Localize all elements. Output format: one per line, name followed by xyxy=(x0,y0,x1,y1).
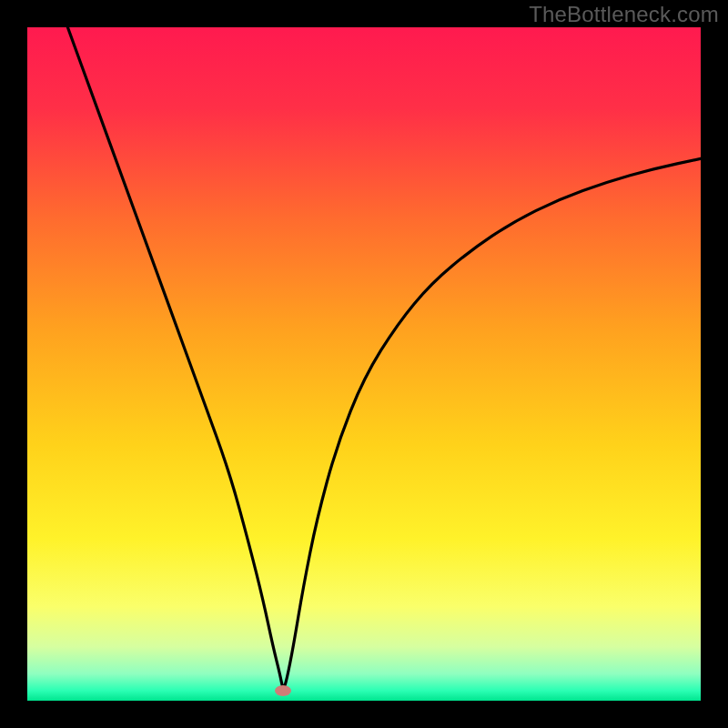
background-gradient xyxy=(27,27,701,701)
plot-area xyxy=(27,27,701,701)
minimum-marker xyxy=(275,685,291,696)
chart-frame: TheBottleneck.com xyxy=(0,0,728,728)
watermark-text: TheBottleneck.com xyxy=(529,2,719,27)
svg-rect-0 xyxy=(27,27,701,701)
